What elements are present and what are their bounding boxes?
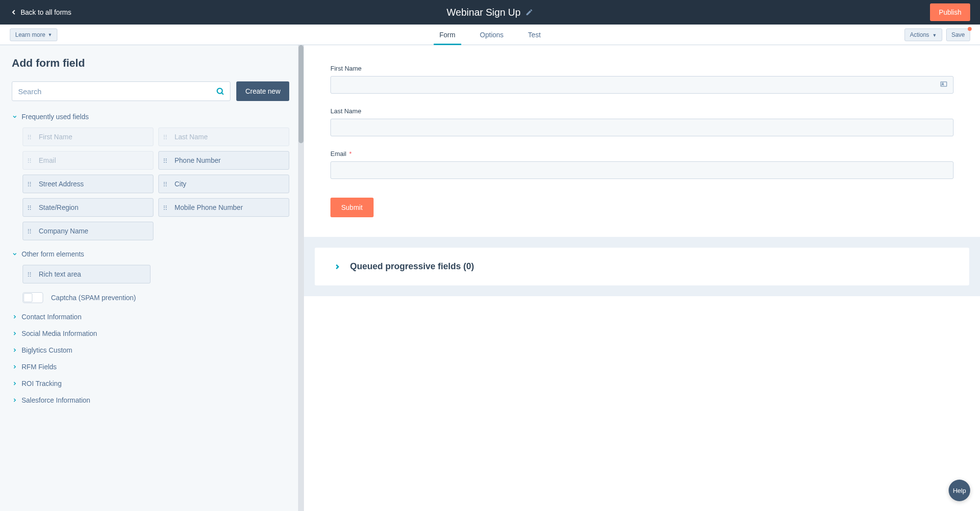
tab-test[interactable]: Test — [528, 25, 541, 45]
toggle-handle — [24, 293, 32, 302]
collapsed-section[interactable]: ROI Tracking — [12, 380, 289, 387]
chevron-right-icon — [12, 364, 18, 370]
collapsed-section[interactable]: RFM Fields — [12, 363, 289, 371]
publish-button[interactable]: Publish — [930, 3, 970, 21]
field-chip: Last Name — [158, 128, 289, 146]
section-label: Frequently used fields — [22, 113, 89, 121]
field-chip[interactable]: Phone Number — [158, 151, 289, 170]
field-chip[interactable]: Street Address — [23, 175, 153, 193]
search-icon — [216, 87, 225, 96]
rich-text-row: Rich text area — [23, 265, 289, 283]
svg-point-0 — [217, 88, 223, 94]
create-new-button[interactable]: Create new — [236, 81, 289, 101]
field-chip: First Name — [23, 128, 153, 146]
field-chip[interactable]: City — [158, 175, 289, 193]
search-input[interactable] — [12, 81, 230, 101]
form-field: First Name — [330, 65, 954, 94]
drag-handle-icon — [164, 182, 169, 186]
field-chip-label: Email — [39, 156, 56, 164]
field-chip[interactable]: Company Name — [23, 222, 153, 240]
learn-more-button[interactable]: Learn more ▼ — [10, 28, 57, 41]
field-chip: Email — [23, 151, 153, 170]
chevron-right-icon — [333, 263, 341, 271]
form-input[interactable] — [330, 119, 954, 136]
tabs: Form Options Test — [439, 25, 541, 45]
field-chip-label: Rich text area — [39, 270, 81, 278]
collapsed-label: Biglytics Custom — [22, 346, 72, 354]
help-button[interactable]: Help — [949, 480, 970, 501]
field-chip-label: City — [175, 180, 186, 188]
field-chip-label: Last Name — [175, 133, 208, 141]
section-other-elements[interactable]: Other form elements — [12, 250, 289, 258]
form-input[interactable] — [330, 76, 954, 94]
section-frequently-used[interactable]: Frequently used fields — [12, 113, 289, 121]
contact-card-icon — [940, 80, 948, 90]
tab-form[interactable]: Form — [439, 25, 455, 45]
collapsed-section[interactable]: Biglytics Custom — [12, 346, 289, 354]
back-to-forms-link[interactable]: Back to all forms — [10, 8, 71, 16]
form-label: Email * — [330, 150, 954, 157]
svg-rect-1 — [941, 82, 947, 86]
scrollbar-thumb[interactable] — [299, 45, 303, 143]
form-input-wrap — [330, 119, 954, 136]
drag-handle-icon — [164, 158, 169, 163]
collapsed-section[interactable]: Social Media Information — [12, 330, 289, 337]
search-box — [12, 81, 230, 101]
drag-handle-icon — [28, 229, 33, 233]
field-chip-label: Street Address — [39, 180, 84, 188]
collapsed-section[interactable]: Contact Information — [12, 313, 289, 321]
drag-handle-icon — [28, 158, 33, 163]
field-chip-label: Mobile Phone Number — [175, 204, 243, 211]
actions-label: Actions — [910, 31, 929, 38]
captcha-label: Captcha (SPAM prevention) — [51, 294, 136, 302]
chevron-right-icon — [12, 381, 18, 386]
chevron-down-icon — [12, 114, 18, 120]
collapsed-label: ROI Tracking — [22, 380, 62, 387]
form-field: Email * — [330, 150, 954, 179]
drag-handle-icon — [28, 135, 33, 139]
collapsed-section[interactable]: Salesforce Information — [12, 396, 289, 404]
required-indicator: * — [349, 150, 352, 157]
chevron-right-icon — [12, 331, 18, 336]
right-panel: First NameLast NameEmail *Submit Queued … — [304, 45, 980, 511]
collapsed-label: Contact Information — [22, 313, 81, 321]
caret-down-icon: ▼ — [48, 32, 52, 37]
drag-handle-icon — [28, 182, 33, 186]
chevron-right-icon — [12, 314, 18, 320]
left-panel: Add form field Create new Frequently use… — [0, 45, 304, 511]
tab-options[interactable]: Options — [480, 25, 503, 45]
field-chip-rich-text[interactable]: Rich text area — [23, 265, 151, 283]
unsaved-indicator-icon — [968, 27, 972, 31]
search-row: Create new — [12, 81, 289, 101]
field-chip[interactable]: Mobile Phone Number — [158, 198, 289, 217]
form-input[interactable] — [330, 161, 954, 179]
header-title-wrap: Webinar Sign Up — [447, 7, 533, 18]
collapsed-label: Salesforce Information — [22, 396, 90, 404]
page-title: Webinar Sign Up — [447, 7, 521, 18]
svg-point-2 — [942, 83, 944, 84]
sub-toolbar: Learn more ▼ Form Options Test Actions ▼… — [0, 25, 980, 45]
save-button[interactable]: Save — [946, 28, 970, 41]
queued-card[interactable]: Queued progressive fields (0) — [315, 248, 969, 285]
queued-title: Queued progressive fields (0) — [350, 261, 474, 272]
fields-grid: First NameLast NameEmailPhone NumberStre… — [23, 128, 289, 240]
chevron-left-icon — [10, 8, 18, 16]
drag-handle-icon — [164, 205, 169, 210]
scrollbar-track[interactable] — [298, 45, 304, 511]
pencil-icon[interactable] — [526, 8, 533, 16]
submit-button[interactable]: Submit — [330, 198, 374, 217]
captcha-toggle[interactable] — [23, 292, 43, 303]
field-chip[interactable]: State/Region — [23, 198, 153, 217]
learn-more-label: Learn more — [15, 31, 45, 38]
chevron-right-icon — [12, 347, 18, 353]
top-header: Back to all forms Webinar Sign Up Publis… — [0, 0, 980, 25]
drag-handle-icon — [28, 272, 33, 277]
field-chip-label: Company Name — [39, 227, 88, 235]
field-chip-label: Phone Number — [175, 156, 221, 164]
form-preview: First NameLast NameEmail *Submit — [304, 45, 980, 237]
drag-handle-icon — [164, 135, 169, 139]
left-content: Add form field Create new Frequently use… — [0, 45, 304, 425]
actions-button[interactable]: Actions ▼ — [905, 28, 942, 41]
main: Add form field Create new Frequently use… — [0, 45, 980, 511]
field-chip-label: State/Region — [39, 204, 78, 211]
